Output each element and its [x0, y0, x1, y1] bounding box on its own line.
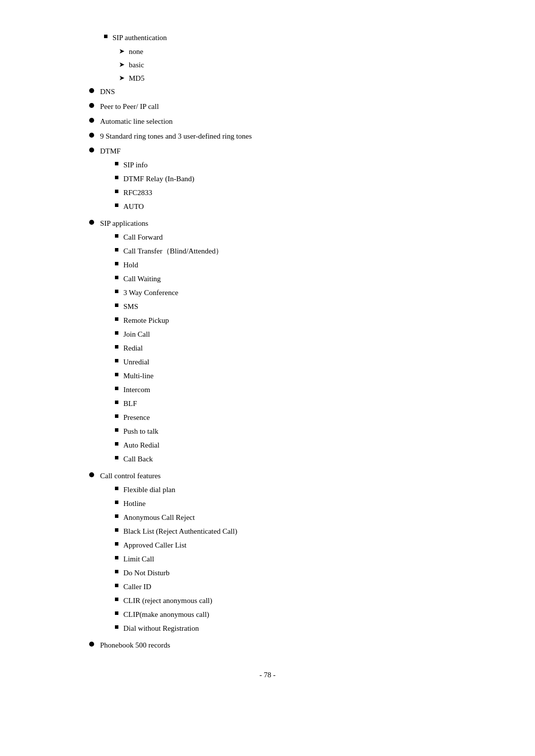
list-item: Hotline: [100, 498, 495, 509]
level2-label: Remote Pickup: [123, 314, 169, 326]
list-item: ➤ basic: [89, 59, 495, 71]
bullet-square-icon: [115, 303, 118, 307]
level2-label: Push to talk: [123, 425, 159, 437]
bullet-square-icon: [115, 456, 118, 459]
list-item: Call Back: [100, 453, 495, 465]
bullet-square-icon: [115, 290, 118, 293]
level2-label: Do Not Disturb: [123, 567, 169, 579]
list-item: Anonymous Call Reject: [100, 511, 495, 523]
list-item: RFC2833: [100, 187, 495, 199]
bullet-circle-icon: [89, 88, 94, 93]
bullet-square-icon: [104, 35, 107, 38]
bullet-square-icon: [115, 542, 118, 546]
sub-list-sip-applications: Call ForwardCall Transfer（Blind/Attended…: [100, 231, 495, 465]
bullet-circle-icon: [89, 220, 94, 225]
level2-label: SIP info: [123, 159, 148, 171]
list-item: Intercom: [100, 384, 495, 396]
bullet-square-icon: [115, 584, 118, 587]
sip-auth-label: SIP authentication: [112, 32, 167, 44]
list-item-dns: DNS: [89, 86, 495, 98]
list-item: Remote Pickup: [100, 314, 495, 326]
list-item: Unredial: [100, 356, 495, 368]
bullet-square-icon: [115, 625, 118, 629]
list-item: ➤ MD5: [89, 72, 495, 84]
level2-label: BLF: [123, 398, 137, 409]
list-item: SMS: [100, 301, 495, 312]
level2-label: Call Back: [123, 453, 153, 465]
level2-label: Black List (Reject Authenticated Call): [123, 525, 237, 537]
bullet-square-icon: [115, 414, 118, 418]
bullet-square-icon: [115, 190, 118, 193]
list-item: Do Not Disturb: [100, 567, 495, 579]
list-item: Join Call: [100, 328, 495, 340]
level1-label: DTMF: [100, 147, 121, 155]
bullet-square-icon: [115, 598, 118, 601]
level2-label: Join Call: [123, 328, 150, 340]
list-item: AUTO: [100, 201, 495, 212]
level2-label: CLIR (reject anonymous call): [123, 595, 213, 606]
arrow-icon: ➤: [119, 59, 125, 70]
basic-label: basic: [129, 59, 144, 71]
bullet-square-icon: [115, 514, 118, 518]
level2-label: Call Transfer（Blind/Attended）: [123, 245, 223, 257]
bullet-square-icon: [115, 442, 118, 446]
level2-label: Auto Redial: [123, 439, 160, 451]
list-item: Auto Redial: [100, 439, 495, 451]
level1-label: 9 Standard ring tones and 3 user-defined…: [100, 132, 252, 140]
level2-label: Caller ID: [123, 581, 151, 593]
bullet-square-icon: [115, 203, 118, 207]
list-item: Presence: [100, 411, 495, 423]
bullet-square-icon: [115, 611, 118, 615]
list-item: Limit Call: [100, 553, 495, 565]
level2-label: AUTO: [123, 201, 144, 212]
arrow-icon: ➤: [119, 46, 125, 57]
bullet-square-icon: [115, 373, 118, 376]
list-item: CLIP(make anonymous call): [100, 608, 495, 620]
bullet-square-icon: [115, 234, 118, 238]
sub-list-call-control: Flexible dial planHotlineAnonymous Call …: [100, 484, 495, 634]
bullet-square-icon: [115, 162, 118, 165]
list-item: 3 Way Conference: [100, 287, 495, 299]
list-item-phonebook: Phonebook 500 records: [89, 639, 495, 651]
level2-label: Unredial: [123, 356, 149, 368]
bullet-square-icon: [115, 176, 118, 179]
level2-label: RFC2833: [123, 187, 152, 199]
list-item-dtmf: DTMFSIP infoDTMF Relay (In-Band)RFC2833A…: [89, 145, 495, 214]
list-item: Multi-line: [100, 370, 495, 382]
level2-label: Approved Caller List: [123, 539, 186, 551]
bullet-circle-icon: [89, 103, 94, 108]
level1-label: DNS: [100, 88, 115, 96]
bullet-circle-icon: [89, 118, 94, 123]
list-item: Approved Caller List: [100, 539, 495, 551]
bullet-square-icon: [115, 556, 118, 559]
bullet-square-icon: [115, 248, 118, 252]
bullet-circle-icon: [89, 133, 94, 138]
list-item: Call Transfer（Blind/Attended）: [100, 245, 495, 257]
level2-label: Limit Call: [123, 553, 154, 565]
list-item-auto-line: Automatic line selection: [89, 115, 495, 127]
level1-label: Peer to Peer/ IP call: [100, 102, 159, 110]
level2-label: Hold: [123, 259, 138, 271]
level2-label: Call Waiting: [123, 273, 161, 285]
bullet-square-icon: [115, 276, 118, 279]
bullet-square-icon: [115, 570, 118, 573]
list-item: Call Waiting: [100, 273, 495, 285]
bullet-square-icon: [115, 331, 118, 335]
level2-label: Flexible dial plan: [123, 484, 175, 496]
list-item-call-control: Call control featuresFlexible dial planH…: [89, 470, 495, 636]
bullet-circle-icon: [89, 642, 94, 647]
level2-label: Anonymous Call Reject: [123, 511, 195, 523]
list-item: Flexible dial plan: [100, 484, 495, 496]
list-item: SIP info: [100, 159, 495, 171]
level2-label: Dial without Registration: [123, 622, 199, 634]
level2-label: SMS: [123, 301, 138, 312]
bullet-circle-icon: [89, 148, 94, 152]
level2-label: CLIP(make anonymous call): [123, 608, 209, 620]
list-item: SIP authentication: [89, 32, 495, 44]
list-item: Hold: [100, 259, 495, 271]
level2-label: 3 Way Conference: [123, 287, 178, 299]
sip-auth-sub-list: ➤ none ➤ basic ➤ MD5: [89, 46, 495, 84]
main-list: DNSPeer to Peer/ IP callAutomatic line s…: [89, 86, 495, 651]
level1-label: Call control features: [100, 472, 160, 480]
none-label: none: [129, 46, 143, 57]
